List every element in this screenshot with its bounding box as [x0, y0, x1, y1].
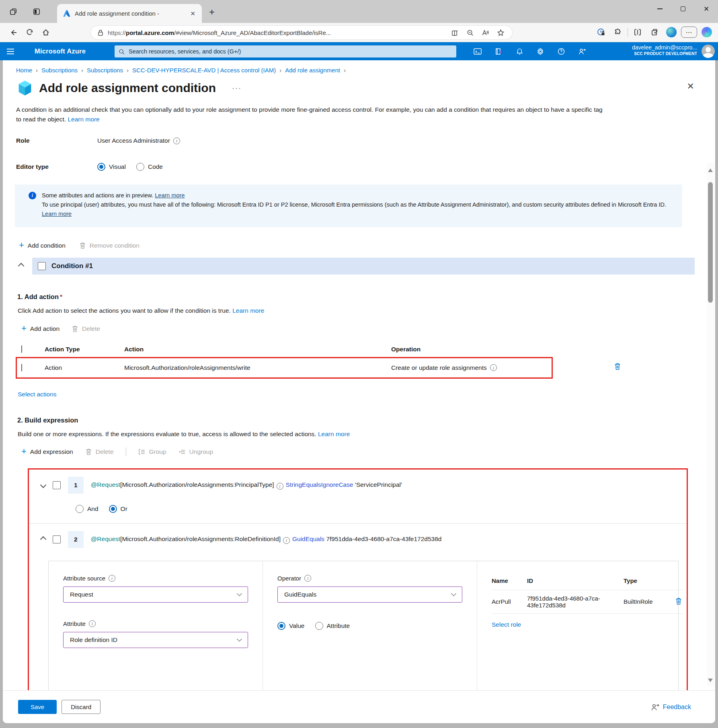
scroll-down-icon[interactable] [708, 679, 713, 682]
role-info-icon[interactable]: i [173, 137, 180, 144]
workspaces-icon[interactable] [6, 5, 20, 18]
code-radio[interactable] [136, 163, 144, 171]
portal-menu-icon[interactable] [0, 49, 21, 54]
breadcrumb-subscriptions[interactable]: Subscriptions [41, 67, 78, 74]
attribute-radio-label[interactable]: Attribute [327, 622, 350, 630]
banner-learn-more-1[interactable]: Learn more [155, 192, 185, 199]
expression-1-chevron-icon[interactable] [40, 482, 47, 488]
and-radio-label[interactable]: And [87, 505, 98, 513]
extensions-icon[interactable] [611, 25, 625, 39]
attribute-info-icon[interactable]: i [89, 620, 96, 627]
action-row-delete-icon[interactable] [614, 363, 621, 372]
expression-1-checkbox[interactable] [53, 481, 61, 489]
back-icon[interactable] [6, 25, 22, 40]
add-condition-button[interactable]: +Add condition [19, 242, 66, 250]
azure-search-input[interactable] [128, 48, 452, 55]
address-bar[interactable]: https://portal.azure.com/#view/Microsoft… [91, 26, 512, 39]
condition-header-bar[interactable]: Condition #1 [32, 258, 695, 275]
scroll-up-icon[interactable] [708, 168, 713, 172]
scrollbar[interactable] [707, 163, 714, 686]
operator-dropdown[interactable]: GuidEquals [277, 587, 462, 603]
attribute-source-info-icon[interactable]: i [109, 575, 115, 582]
breadcrumb-home[interactable]: Home [16, 67, 32, 74]
split-view-icon[interactable] [630, 25, 645, 39]
read-aloud-icon[interactable] [478, 27, 493, 39]
select-all-checkbox[interactable] [21, 345, 22, 353]
close-window-icon[interactable]: ✕ [695, 0, 718, 18]
visual-radio-label[interactable]: Visual [109, 163, 126, 170]
breadcrumb-resource[interactable]: SCC-DEV-HYPERSCALE-AVD | Access control … [132, 67, 276, 74]
role-delete-icon[interactable] [675, 597, 682, 606]
discard-button[interactable]: Discard [62, 700, 101, 714]
build-expression-learn-more[interactable]: Learn more [318, 431, 350, 437]
breadcrumb-subscriptions-2[interactable]: Subscriptions [87, 67, 123, 74]
notifications-icon[interactable] [511, 42, 528, 60]
more-menu-icon[interactable]: ··· [232, 84, 242, 92]
cloud-shell-icon[interactable] [469, 42, 486, 60]
expression-row-2[interactable]: 2 @Request[Microsoft.Authorization/roleA… [29, 524, 687, 555]
azure-brand[interactable]: Microsoft Azure [35, 47, 86, 55]
select-actions-link[interactable]: Select actions [18, 391, 57, 398]
save-button[interactable]: Save [18, 700, 57, 714]
refresh-icon[interactable] [22, 25, 38, 40]
description-learn-more[interactable]: Learn more [68, 116, 99, 123]
add-action-learn-more[interactable]: Learn more [232, 307, 264, 314]
attribute-radio[interactable] [315, 622, 323, 630]
operator-info-icon[interactable]: i [304, 575, 311, 582]
browser-tab[interactable]: Add role assignment condition - ✕ [57, 4, 202, 23]
or-radio[interactable] [109, 505, 117, 513]
scrollbar-thumb[interactable] [708, 182, 713, 303]
account-info[interactable]: davelee_admin@sccpro... SCC PRODUCT DEVE… [632, 44, 697, 56]
home-icon[interactable] [38, 25, 54, 40]
condition-collapse-icon[interactable] [18, 263, 25, 269]
action-row-checkbox[interactable] [21, 364, 22, 371]
attribute-source-dropdown[interactable]: Request [63, 587, 248, 603]
remove-condition-button[interactable]: Remove condition [79, 242, 139, 249]
breadcrumb-add-role-assignment[interactable]: Add role assignment [285, 67, 340, 74]
operation-info-icon[interactable]: i [490, 364, 497, 371]
expression-2-chevron-icon[interactable] [40, 536, 47, 543]
delete-action-button[interactable]: Delete [72, 325, 100, 332]
feedback-link[interactable]: Feedback [651, 703, 691, 711]
azure-search[interactable] [115, 45, 456, 57]
delete-expression-button[interactable]: Delete [85, 448, 114, 455]
and-radio[interactable] [76, 505, 84, 513]
new-tab-icon[interactable]: + [209, 6, 215, 18]
add-expression-button[interactable]: +Add expression [21, 448, 73, 456]
expression-info-icon[interactable]: i [283, 537, 290, 544]
minimize-icon[interactable] [648, 0, 671, 18]
action-row[interactable]: Action Microsoft.Authorization/roleAssig… [21, 358, 552, 377]
directory-filter-icon[interactable] [490, 42, 507, 60]
favorite-star-icon[interactable] [493, 27, 508, 39]
code-radio-label[interactable]: Code [148, 163, 163, 170]
tab-actions-icon[interactable] [30, 5, 43, 18]
expression-info-icon[interactable]: i [277, 483, 283, 490]
account-avatar[interactable] [702, 45, 715, 58]
value-radio-label[interactable]: Value [289, 622, 305, 630]
value-radio[interactable] [277, 622, 285, 630]
password-manager-icon[interactable] [594, 25, 608, 39]
attribute-dropdown[interactable]: Role definition ID [63, 632, 248, 648]
banner-learn-more-2[interactable]: Learn more [42, 211, 72, 217]
group-button[interactable]: Group [138, 448, 166, 455]
split-screen-icon[interactable] [447, 27, 462, 39]
copilot-icon[interactable] [700, 25, 714, 39]
add-action-button[interactable]: +Add action [21, 325, 59, 333]
visual-radio[interactable] [97, 163, 105, 171]
browser-settings-icon[interactable]: ⋯ [681, 27, 697, 38]
condition-checkbox[interactable] [38, 262, 46, 270]
ungroup-button[interactable]: Ungroup [178, 448, 213, 455]
blade-close-icon[interactable]: ✕ [687, 81, 694, 92]
select-role-link[interactable]: Select role [492, 621, 521, 628]
zoom-out-icon[interactable] [462, 27, 478, 39]
help-icon[interactable] [552, 42, 570, 60]
expression-2-checkbox[interactable] [53, 535, 61, 543]
maximize-icon[interactable] [671, 0, 695, 18]
browser-profile-avatar[interactable] [664, 25, 679, 39]
feedback-icon[interactable] [573, 42, 591, 60]
or-radio-label[interactable]: Or [121, 505, 127, 513]
expression-row-1[interactable]: 1 @Request[Microsoft.Authorization/roleA… [29, 470, 687, 501]
settings-gear-icon[interactable] [531, 42, 549, 60]
tab-close-icon[interactable]: ✕ [189, 10, 197, 17]
collections-icon[interactable] [647, 25, 662, 39]
